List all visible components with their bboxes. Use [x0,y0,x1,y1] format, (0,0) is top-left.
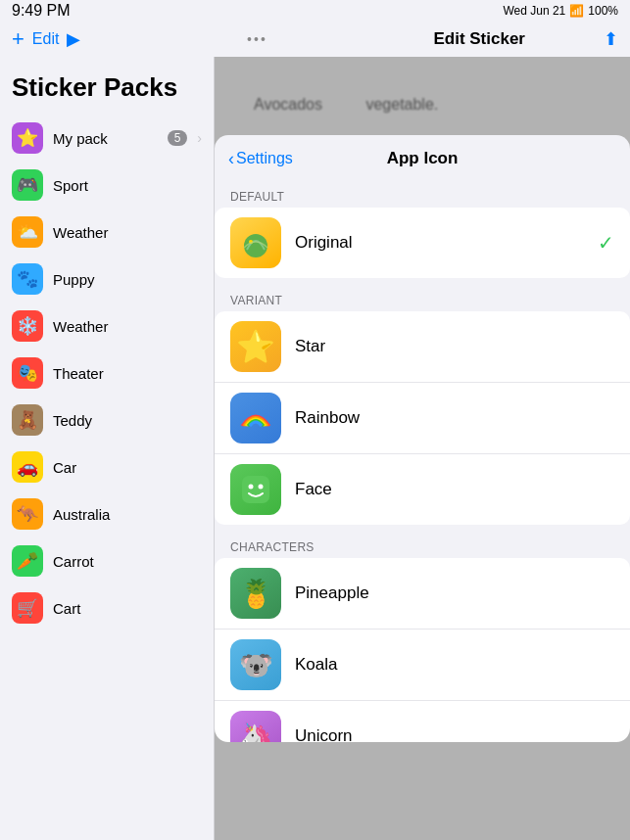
sidebar-item-sport[interactable]: 🎮 Sport [0,162,214,209]
top-nav-dots: ••• [247,31,267,47]
section-header-default: DEFAULT [215,182,630,208]
edit-button[interactable]: Edit [32,30,60,48]
content-area: Avocados vegetable. ‹ Settings App Icon … [214,57,630,840]
share-button[interactable]: ⬆ [604,28,618,50]
wifi-icon: 📶 [569,4,584,18]
sidebar-item-label-my-pack: My pack [53,130,158,147]
svg-rect-2 [242,476,269,503]
rainbow-icon-img [230,393,281,443]
sidebar-item-icon-australia: 🦘 [12,498,43,530]
sidebar-item-puppy[interactable]: 🐾 Puppy [0,256,214,303]
chevron-left-icon: ‹ [228,149,234,169]
icon-item-label-original: Original [295,233,584,253]
sidebar-item-label-carrot: Carrot [53,553,202,570]
sidebar-item-australia[interactable]: 🦘 Australia [0,490,214,537]
modal-back-button[interactable]: ‹ Settings [228,149,293,169]
svg-point-0 [244,234,267,257]
icon-list-variant: ⭐ Star [215,311,630,525]
sidebar-item-weather2[interactable]: ❄️ Weather [0,303,214,350]
sidebar-item-icon-theater: 🎭 [12,357,43,389]
icon-item-koala[interactable]: 🐨 Koala [215,630,630,701]
icon-item-star[interactable]: ⭐ Star [215,311,630,383]
status-bar: 9:49 PM Wed Jun 21 📶 100% [0,0,630,22]
icon-list-default: Original ✓ [215,208,630,278]
sidebar-item-icon-cart: 🛒 [12,592,43,624]
svg-point-3 [249,485,254,490]
icon-item-unicorn[interactable]: 🦄 Unicorn [215,701,630,742]
sidebar-item-icon-carrot: 🥕 [12,545,43,577]
sidebar-item-label-australia: Australia [53,506,202,523]
sidebar-item-teddy[interactable]: 🧸 Teddy [0,397,214,443]
star-icon-img: ⭐ [230,321,281,372]
modal-title: App Icon [387,149,459,168]
sidebar-item-icon-sport: 🎮 [12,169,43,201]
modal-overlay: ‹ Settings App Icon DEFAULT [215,57,630,840]
pineapple-icon-img: 🍍 [230,568,281,619]
icon-item-label-star: Star [295,337,614,356]
battery-label: 100% [588,4,618,18]
icon-item-face[interactable]: Face [215,454,630,525]
icon-item-original[interactable]: Original ✓ [215,208,630,278]
sidebar-item-icon-my-pack: ⭐ [12,122,43,154]
icon-item-label-rainbow: Rainbow [295,408,614,428]
checkmark-icon: ✓ [598,231,614,255]
sidebar-item-label-teddy: Teddy [53,412,202,429]
add-button[interactable]: + [12,26,24,52]
sidebar-item-label-weather2: Weather [53,318,202,335]
sidebar-item-weather1[interactable]: ⛅ Weather [0,209,214,256]
sidebar-item-label-weather1: Weather [53,224,202,241]
sidebar-item-cart[interactable]: 🛒 Cart [0,584,214,631]
sidebar-item-label-sport: Sport [53,177,202,194]
sidebar-item-icon-puppy: 🐾 [12,263,43,295]
sidebar-item-label-car: Car [53,459,202,476]
unicorn-icon-img: 🦄 [230,711,281,742]
icon-item-label-pineapple: Pineapple [295,583,614,603]
top-nav-right: Edit Sticker ⬆ [433,28,618,50]
top-nav: + Edit ▶ ••• Edit Sticker ⬆ [0,22,630,57]
section-header-variant: VARIANT [215,286,630,311]
page-title: Edit Sticker [433,29,525,49]
modal-back-label: Settings [236,150,293,167]
icon-item-label-face: Face [295,480,614,499]
sidebar-item-badge-my-pack: 5 [168,130,188,146]
icon-item-rainbow[interactable]: Rainbow [215,383,630,454]
icon-list-characters: 🍍 Pineapple 🐨 Koala 🦄 [215,558,630,742]
face-icon-img [230,464,281,515]
sidebar-item-theater[interactable]: 🎭 Theater [0,350,214,397]
main-layout: Sticker Packs ⭐ My pack 5 › 🎮 Sport ⛅ We… [0,57,630,840]
status-right: Wed Jun 21 📶 100% [503,4,618,18]
modal-header: ‹ Settings App Icon [215,135,630,182]
sidebar-item-label-puppy: Puppy [53,271,202,288]
sidebar-title: Sticker Packs [0,65,214,115]
sidebar-item-icon-weather2: ❄️ [12,310,43,342]
sidebar-item-carrot[interactable]: 🥕 Carrot [0,537,214,584]
sidebar-item-my-pack[interactable]: ⭐ My pack 5 › [0,115,214,162]
sidebar-item-icon-teddy: 🧸 [12,404,43,436]
svg-point-4 [259,485,264,490]
play-button[interactable]: ▶ [67,28,80,50]
sidebar: Sticker Packs ⭐ My pack 5 › 🎮 Sport ⛅ We… [0,57,214,840]
modal: ‹ Settings App Icon DEFAULT [215,135,630,742]
icon-item-pineapple[interactable]: 🍍 Pineapple [215,558,630,630]
status-time: 9:49 PM [12,2,71,20]
koala-icon-img: 🐨 [230,639,281,690]
sidebar-item-chevron-my-pack: › [197,130,202,146]
icon-item-label-unicorn: Unicorn [295,726,614,742]
status-date: Wed Jun 21 [503,4,565,18]
icon-item-label-koala: Koala [295,655,614,675]
sidebar-item-icon-weather1: ⛅ [12,216,43,248]
sidebar-item-label-theater: Theater [53,365,202,382]
top-nav-left: + Edit ▶ [12,26,80,52]
sidebar-item-car[interactable]: 🚗 Car [0,443,214,490]
section-header-characters: CHARACTERS [215,533,630,558]
sidebar-item-label-cart: Cart [53,600,202,617]
original-icon [230,217,281,268]
sidebar-item-icon-car: 🚗 [12,451,43,483]
